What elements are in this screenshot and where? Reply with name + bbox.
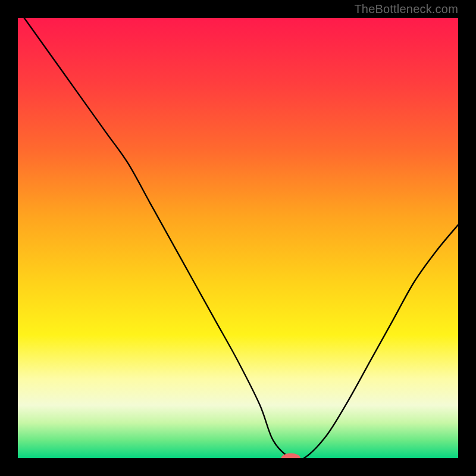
gradient-background xyxy=(18,18,458,458)
plot-area xyxy=(18,18,458,458)
watermark-text: TheBottleneck.com xyxy=(354,2,458,16)
chart-frame: TheBottleneck.com xyxy=(0,0,476,476)
chart-svg xyxy=(18,18,458,458)
